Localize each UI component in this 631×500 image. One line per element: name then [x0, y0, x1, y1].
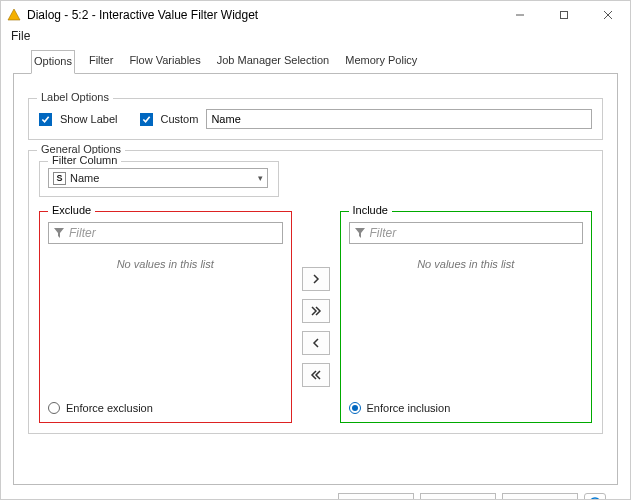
group-general-options: General Options Filter Column S Name ▾ E…	[28, 150, 603, 434]
svg-marker-5	[54, 228, 64, 238]
label-enforce-inclusion: Enforce inclusion	[367, 402, 451, 414]
radio-enforce-exclusion[interactable]	[48, 402, 60, 414]
label-enforce-exclusion: Enforce exclusion	[66, 402, 153, 414]
mover-buttons	[302, 211, 330, 423]
chevron-down-icon: ▾	[258, 173, 263, 183]
button-remove-all[interactable]	[302, 363, 330, 387]
tabstrip: Options Filter Flow Variables Job Manage…	[13, 49, 618, 74]
window-title: Dialog - 5:2 - Interactive Value Filter …	[27, 8, 498, 22]
tab-job-manager-selection[interactable]: Job Manager Selection	[215, 50, 332, 74]
close-button[interactable]	[586, 1, 630, 29]
help-button[interactable]: ?	[584, 493, 606, 500]
window-controls	[498, 1, 630, 29]
chevron-right-icon	[312, 274, 320, 284]
button-add-all[interactable]	[302, 299, 330, 323]
chevron-left-icon	[312, 338, 320, 348]
button-add-one[interactable]	[302, 267, 330, 291]
filter-input-include[interactable]: Filter	[349, 222, 584, 244]
titlebar: Dialog - 5:2 - Interactive Value Filter …	[1, 1, 630, 29]
tab-memory-policy[interactable]: Memory Policy	[343, 50, 419, 74]
group-filter-column-legend: Filter Column	[48, 154, 121, 166]
menubar: File	[1, 29, 630, 43]
app-icon	[7, 8, 21, 22]
exclude-empty-message: No values in this list	[46, 258, 285, 270]
group-label-options-legend: Label Options	[37, 91, 113, 103]
minimize-button[interactable]	[498, 1, 542, 29]
menu-file[interactable]: File	[7, 29, 34, 43]
ok-button[interactable]: OK	[338, 493, 414, 500]
dialog-button-bar: OK Apply Cancel ?	[13, 485, 618, 500]
input-label-name[interactable]	[206, 109, 592, 129]
string-type-icon: S	[53, 172, 66, 185]
tab-options[interactable]: Options	[31, 50, 75, 74]
listbox-include: Include Filter No values in this list En…	[340, 211, 593, 423]
chevron-double-left-icon	[310, 370, 322, 380]
group-filter-column: Filter Column S Name ▾	[39, 161, 279, 197]
radio-enforce-inclusion[interactable]	[349, 402, 361, 414]
listbox-exclude-legend: Exclude	[48, 204, 95, 216]
checkbox-show-label[interactable]	[39, 113, 52, 126]
tab-panel-options: Label Options Show Label Custom General …	[13, 74, 618, 485]
label-show-label: Show Label	[60, 113, 118, 125]
svg-marker-0	[8, 9, 20, 20]
funnel-icon	[354, 227, 366, 239]
label-custom: Custom	[161, 113, 199, 125]
combo-filter-column[interactable]: S Name ▾	[48, 168, 268, 188]
tab-filter[interactable]: Filter	[87, 50, 115, 74]
combo-filter-column-value: Name	[70, 172, 99, 184]
funnel-icon	[53, 227, 65, 239]
listbox-include-legend: Include	[349, 204, 392, 216]
listbox-exclude: Exclude Filter No values in this list En…	[39, 211, 292, 423]
apply-button[interactable]: Apply	[420, 493, 496, 500]
checkbox-custom[interactable]	[140, 113, 153, 126]
button-remove-one[interactable]	[302, 331, 330, 355]
group-label-options: Label Options Show Label Custom	[28, 98, 603, 140]
svg-marker-6	[355, 228, 365, 238]
chevron-double-right-icon	[310, 306, 322, 316]
svg-rect-2	[561, 12, 568, 19]
include-empty-message: No values in this list	[347, 258, 586, 270]
tab-flow-variables[interactable]: Flow Variables	[127, 50, 202, 74]
filter-input-include-placeholder: Filter	[370, 226, 397, 240]
filter-input-exclude-placeholder: Filter	[69, 226, 96, 240]
cancel-button[interactable]: Cancel	[502, 493, 578, 500]
filter-input-exclude[interactable]: Filter	[48, 222, 283, 244]
maximize-button[interactable]	[542, 1, 586, 29]
